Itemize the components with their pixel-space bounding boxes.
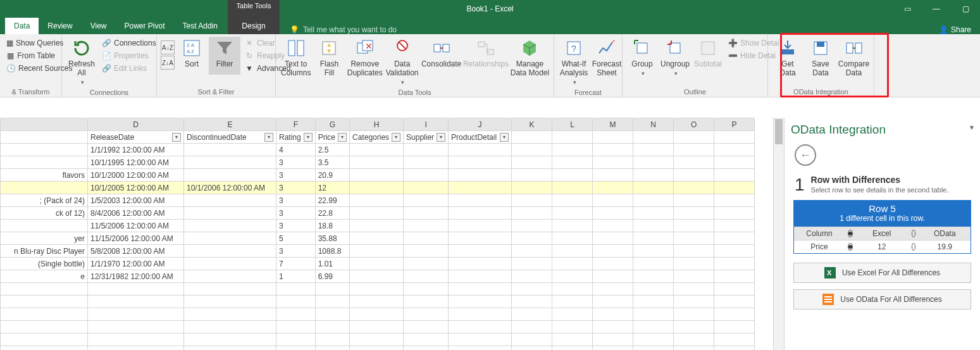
connections-button[interactable]: 🔗Connections: [99, 37, 159, 49]
subtotal-button[interactable]: Subtotal: [692, 37, 724, 78]
filter-dropdown-icon[interactable]: ▾: [500, 133, 509, 142]
table-row[interactable]: n Blu-ray Disc Player5/8/2008 12:00:00 A…: [1, 245, 755, 258]
show-queries-button[interactable]: ▦Show Queries: [4, 37, 58, 49]
tab-testaddin[interactable]: Test Addin: [174, 18, 226, 34]
ribbon: ▦Show Queries ▦From Table 🕓Recent Source…: [0, 34, 980, 97]
radio-excel-price[interactable]: [848, 243, 853, 251]
use-excel-all-button[interactable]: X Use Excel For All Differences: [793, 263, 971, 283]
table-row[interactable]: (Single bottle)1/1/1970 12:00:00 AM71.01: [1, 258, 755, 270]
table-row[interactable]: 11/5/2006 12:00:00 AM318.8: [1, 220, 755, 232]
diff-row-label: Row 5: [794, 203, 971, 214]
table-row[interactable]: [1, 346, 755, 351]
table-row[interactable]: e12/31/1982 12:00:00 AM16.99: [1, 270, 755, 283]
manage-data-model-button[interactable]: Manage Data Model: [510, 37, 550, 87]
radio-excel-header[interactable]: [848, 230, 853, 237]
filter-dropdown-icon[interactable]: ▾: [264, 133, 273, 142]
diff-row-card: Row 5 1 different cell in this row. Colu…: [793, 200, 971, 254]
group-label-datatools: Data Tools: [280, 87, 550, 96]
sort-desc-icon[interactable]: Z↓A: [161, 56, 175, 70]
maximize-button[interactable]: ▢: [951, 4, 980, 13]
table-row[interactable]: 10/1/1995 12:00:00 AM33.5: [1, 156, 755, 169]
worksheet-grid[interactable]: DEFGHIJKLMNOPReleaseDate▾DiscontinuedDat…: [0, 118, 773, 350]
svg-rect-13: [478, 42, 485, 47]
window-title: Book1 - Excel: [466, 4, 513, 13]
remove-duplicates-icon: ✕: [355, 38, 375, 58]
share-button[interactable]: 👤 Share: [939, 25, 971, 34]
table-row[interactable]: [1, 308, 755, 321]
minimize-button[interactable]: —: [922, 4, 951, 13]
vertical-scrollbar[interactable]: [773, 118, 784, 350]
tab-view[interactable]: View: [82, 18, 116, 34]
pane-title: OData Integration: [791, 123, 974, 137]
table-row[interactable]: 10/1/2005 12:00:00 AM10/1/2006 12:00:00 …: [1, 182, 755, 194]
odata-compare-button[interactable]: Compare Data: [838, 37, 870, 78]
text-to-columns-button[interactable]: Text to Columns: [280, 37, 312, 87]
sort-button[interactable]: Z AA Z Sort: [176, 37, 208, 75]
consolidate-button[interactable]: Consolidate: [421, 37, 462, 87]
tab-powerpivot[interactable]: Power Pivot: [116, 18, 174, 34]
group-label-outline: Outline: [626, 87, 764, 96]
table-row[interactable]: [1, 296, 755, 308]
filter-dropdown-icon[interactable]: ▾: [304, 133, 313, 142]
whatif-button[interactable]: ?What-If Analysis: [558, 37, 590, 87]
share-label: Share: [951, 25, 971, 34]
radio-odata-price[interactable]: [912, 243, 915, 251]
clear-icon: ✕: [244, 38, 254, 48]
ribbon-display-options-icon[interactable]: ▭: [893, 4, 922, 13]
refresh-all-button[interactable]: Refresh All: [66, 37, 97, 87]
filter-button[interactable]: Filter: [209, 37, 240, 75]
group-button[interactable]: Group: [626, 37, 658, 78]
tell-me-label: Tell me what you want to do: [303, 25, 397, 34]
odata-save-button[interactable]: Save Data: [805, 37, 836, 78]
compare-icon: [844, 38, 864, 58]
radio-odata-header[interactable]: [912, 230, 915, 237]
whatif-icon: ?: [564, 38, 584, 58]
svg-rect-30: [824, 301, 832, 303]
remove-duplicates-button[interactable]: ✕Remove Duplicates: [346, 37, 383, 87]
forecast-sheet-button[interactable]: Forecast Sheet: [591, 37, 623, 87]
edit-links-icon: 🔗: [101, 63, 111, 73]
svg-rect-20: [781, 49, 794, 54]
tab-data[interactable]: Data: [5, 18, 39, 34]
table-row[interactable]: yer11/15/2006 12:00:00 AM535.88: [1, 232, 755, 245]
svg-rect-29: [824, 299, 832, 300]
table-row[interactable]: 1/1/1992 12:00:00 AM42.5: [1, 144, 755, 156]
filter-dropdown-icon[interactable]: ▾: [437, 133, 445, 142]
properties-button[interactable]: 📄Properties: [99, 49, 159, 62]
save-icon: [810, 38, 831, 58]
filter-dropdown-icon[interactable]: ▾: [172, 133, 181, 142]
relationships-button[interactable]: Relationships: [463, 37, 509, 87]
tab-review[interactable]: Review: [39, 18, 81, 34]
pane-options-icon[interactable]: ▼: [969, 124, 975, 131]
edit-links-button[interactable]: 🔗Edit Links: [99, 62, 159, 75]
filter-dropdown-icon[interactable]: ▾: [392, 133, 400, 142]
tell-me[interactable]: 💡 Tell me what you want to do: [290, 25, 397, 34]
svg-text:A Z: A Z: [187, 49, 194, 54]
data-validation-icon: [392, 38, 412, 58]
ungroup-button[interactable]: Ungroup: [659, 37, 691, 78]
svg-rect-18: [670, 43, 680, 53]
ribbon-tabs: Data Review View Power Pivot Test Addin …: [0, 18, 980, 34]
use-odata-all-button[interactable]: Use OData For All Differences: [793, 289, 971, 309]
odata-get-button[interactable]: Get Data: [772, 37, 803, 78]
flash-fill-button[interactable]: Flash Fill: [313, 37, 345, 87]
lightbulb-icon: 💡: [290, 25, 299, 34]
svg-text:X: X: [827, 269, 832, 277]
table-row[interactable]: ; (Pack of 24)1/5/2003 12:00:00 AM322.99: [1, 194, 755, 207]
table-row[interactable]: [1, 334, 755, 346]
plus-icon: ➕: [728, 38, 738, 48]
table-row[interactable]: flavors10/1/2000 12:00:00 AM320.9: [1, 169, 755, 182]
from-table-button[interactable]: ▦From Table: [4, 49, 58, 62]
table-row[interactable]: [1, 321, 755, 334]
back-button[interactable]: ←: [795, 144, 816, 166]
diff-row-sub: 1 different cell in this row.: [794, 214, 971, 223]
tab-design[interactable]: Design: [228, 18, 280, 34]
svg-text:Z A: Z A: [187, 42, 195, 48]
recent-sources-button[interactable]: 🕓Recent Sources: [4, 62, 58, 75]
table-row[interactable]: ck of 12)8/4/2006 12:00:00 AM322.8: [1, 207, 755, 220]
filter-dropdown-icon[interactable]: ▾: [338, 133, 347, 142]
table-row[interactable]: [1, 283, 755, 296]
data-validation-button[interactable]: Data Validation: [385, 37, 419, 87]
header-det: ProductDetail: [451, 133, 497, 142]
sort-asc-icon[interactable]: A↓Z: [161, 41, 175, 54]
